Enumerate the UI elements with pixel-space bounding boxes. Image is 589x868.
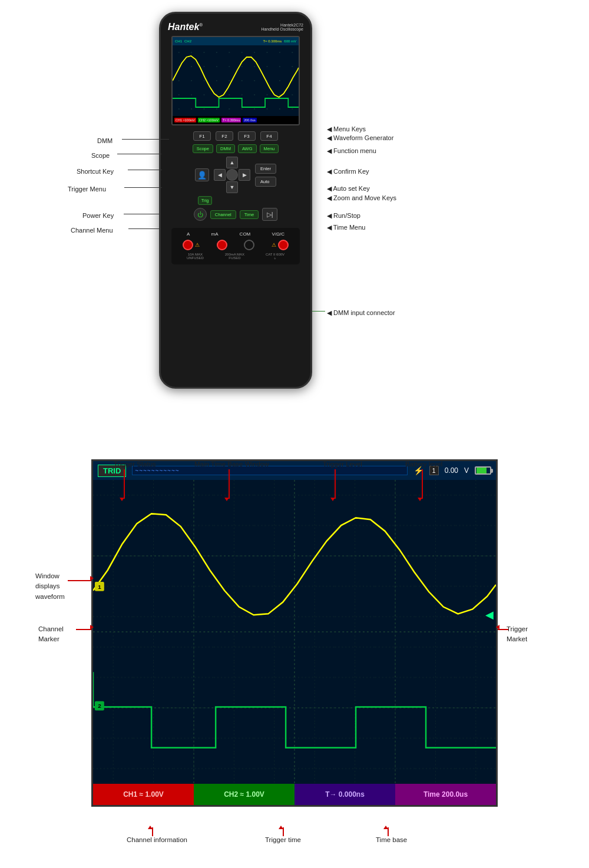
f3-button[interactable]: F3 [238, 131, 256, 141]
annot-dmm-connector: ◀ DMM input connector [327, 309, 395, 317]
screen-bb-ch2: CH2 ≈100mV [198, 118, 220, 122]
annot-mtb-line [229, 469, 230, 499]
annot-dmm: DMM [97, 137, 112, 144]
dmm-connectors: ⚠ ⚠ [176, 240, 295, 250]
annot-cm-line [76, 629, 91, 630]
annot-auto-set: ◀ Auto set Key [327, 185, 370, 193]
annot-function-menu: ◀ Function menu [327, 147, 376, 155]
annot-channel-menu-line [128, 228, 159, 229]
screen-grid [173, 45, 299, 116]
f1-button[interactable]: F1 [193, 131, 211, 141]
annot-tl-arrowhead [330, 498, 335, 501]
annot-dmm-line [122, 139, 169, 140]
annot-trig-time: Trigger time [265, 836, 301, 843]
f4-button[interactable]: F4 [260, 131, 278, 141]
auto-button[interactable]: Auto [255, 177, 276, 187]
dmm-com-circle [244, 240, 254, 250]
screen-waveform-svg [173, 45, 299, 116]
annot-tm-arrowhead [496, 625, 499, 630]
dmm-vohm-warning: ⚠ [272, 242, 276, 248]
annot-trigger-level: Trigger Level [323, 460, 362, 468]
annot-bl-arrowhead [418, 498, 422, 501]
annot-zoom-move: ◀ Zoom and Move Keys [327, 194, 396, 202]
model-info: Hantek2C72 Handheld Oscilloscope [261, 23, 303, 31]
annot-power-key: Power Key [82, 212, 114, 219]
annot-ch-info: Channel information [127, 836, 187, 843]
screen-bb-trig: T= 0.300ms [221, 118, 241, 122]
enter-auto-col: Enter Auto [255, 164, 276, 187]
annot-battery-level-2: Battery level [405, 460, 442, 468]
annot-ts-arrowhead [120, 498, 124, 501]
menu-button[interactable]: Menu [260, 144, 279, 153]
dmm-ma-sub: 200mA MAXFUSED [225, 253, 244, 260]
battery-fill [477, 468, 487, 473]
f2-button[interactable]: F2 [216, 131, 233, 141]
dmm-vohm-label: V/Ω/C [272, 231, 284, 237]
battery-icon [475, 466, 491, 475]
time-button[interactable]: Time [240, 210, 259, 219]
nav-center-button[interactable] [226, 169, 238, 181]
scope-button[interactable]: Scope [193, 144, 213, 153]
dmm-a-label: A [187, 231, 190, 237]
nav-down-button[interactable]: ▼ [226, 181, 238, 193]
screen-bb-ch1: CH1 ≈100mV [174, 118, 196, 122]
nav-right-button[interactable]: ▶ [239, 169, 250, 181]
dmm-button[interactable]: DMM [216, 144, 235, 153]
annot-wd-arrowhead [90, 576, 94, 581]
awg-button[interactable]: AWG [238, 144, 257, 153]
brand-logo: Hantek® [168, 22, 203, 32]
dmm-vohm-circle [278, 240, 289, 250]
brand-name: Hantek [168, 22, 199, 32]
nav-up-button[interactable]: ▲ [226, 157, 238, 168]
annot-dmm-conn-line [312, 311, 325, 312]
trig-button[interactable]: Trig [198, 196, 213, 205]
dmm-a-connector: ⚠ [183, 240, 200, 250]
annot-channel-marker: ChannelMarker [38, 624, 64, 645]
run-stop-button[interactable]: ▷| [262, 208, 277, 221]
enter-button[interactable]: Enter [255, 164, 276, 174]
power-button[interactable]: ⏻ [194, 208, 207, 221]
screen-time-label: T= 0.300ms [263, 39, 282, 43]
annot-cm-arrowhead [90, 625, 94, 630]
shortcut-button[interactable]: 👤 [195, 168, 209, 181]
annot-mtb-arrowhead [224, 498, 229, 501]
osc-screen: TRID ⚡ 1 0.00 V [91, 459, 498, 807]
nav-cross: ▲ ◀ ▶ ▼ [214, 157, 250, 193]
trademark: ® [199, 22, 203, 28]
annot-shortcut-line [128, 170, 162, 170]
annot-trigger-market: TriggerMarket [507, 624, 528, 645]
f-button-row: F1 F2 F3 F4 [168, 131, 303, 141]
annot-trigger-menu-line [124, 187, 162, 188]
annot-shortcut: Shortcut Key [77, 168, 114, 175]
annot-chi-arrowhead [148, 826, 153, 829]
annot-ts-line [124, 469, 125, 499]
menu-button-row: Scope DMM AWG Menu [168, 144, 303, 153]
model-subtitle: Handheld Oscilloscope [261, 27, 303, 31]
dmm-labels-row: A mA COM V/Ω/C [176, 231, 295, 237]
annot-wd-line [68, 580, 91, 581]
osc-bb-ch1: CH1 ≈ 1.00V [93, 784, 194, 805]
annot-main-time-base: Main Time Base Window [194, 460, 269, 468]
svg-text:2: 2 [98, 703, 101, 710]
nav-left-button[interactable]: ◀ [214, 169, 226, 181]
dmm-com-label: COM [240, 231, 251, 237]
osc-bottom-bar: CH1 ≈ 1.00V CH2 ≈ 1.00V T→ 0.000ns Time … [93, 784, 496, 805]
annot-window-displays: Windowdisplayswaveform [35, 571, 65, 602]
annot-menu-keys: ◀ Menu Keys [327, 125, 366, 133]
dmm-cat-sub: CAT II 600V⏚ [266, 253, 284, 260]
annot-trigger-menu: Trigger Menu [68, 185, 106, 193]
osc-screen-section: TRID ⚡ 1 0.00 V [0, 412, 589, 868]
svg-text:1: 1 [98, 584, 101, 590]
dmm-vohm-connector: ⚠ [272, 240, 289, 250]
osc-bb-time: Time 200.0us [395, 784, 496, 805]
osc-bb-trig: T→ 0.000ns [294, 784, 395, 805]
dmm-input-area: A mA COM V/Ω/C ⚠ ⚠ [171, 228, 300, 264]
bottom-ctrl-row: ⏻ Channel Time ▷| [168, 208, 303, 221]
osc-screen-wrapper: TRID ⚡ 1 0.00 V [91, 459, 498, 807]
dmm-ma-circle [217, 240, 227, 250]
dmm-ma-label: mA [211, 231, 219, 237]
device-diagram-section: Hantek® Hantek2C72 Handheld Oscilloscope… [0, 0, 589, 412]
channel-button[interactable]: Channel [210, 210, 236, 219]
dmm-a-warning: ⚠ [195, 242, 200, 248]
dmm-sub-labels-row: 10A MAXUNFUSED 200mA MAXFUSED CAT II 600… [176, 253, 295, 260]
